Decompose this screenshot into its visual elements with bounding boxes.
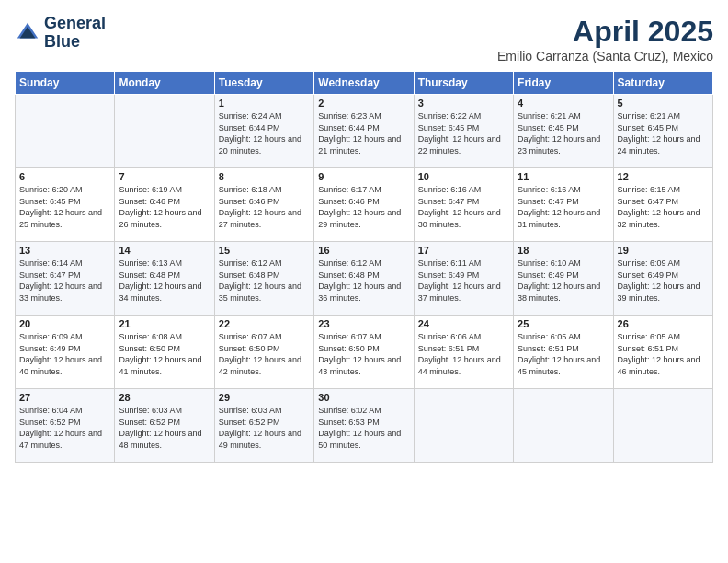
calendar-cell: 9Sunrise: 6:17 AM Sunset: 6:46 PM Daylig… xyxy=(314,168,414,242)
day-number: 25 xyxy=(518,318,609,329)
calendar-cell: 30Sunrise: 6:02 AM Sunset: 6:53 PM Dayli… xyxy=(314,389,414,463)
calendar-cell: 28Sunrise: 6:03 AM Sunset: 6:52 PM Dayli… xyxy=(115,389,214,463)
day-info: Sunrise: 6:12 AM Sunset: 6:48 PM Dayligh… xyxy=(318,258,409,304)
calendar-cell: 20Sunrise: 6:09 AM Sunset: 6:49 PM Dayli… xyxy=(16,316,115,389)
day-number: 1 xyxy=(219,98,310,109)
day-number: 3 xyxy=(418,98,509,109)
calendar-week-row: 13Sunrise: 6:14 AM Sunset: 6:47 PM Dayli… xyxy=(16,242,713,316)
calendar-cell xyxy=(613,389,712,463)
day-info: Sunrise: 6:04 AM Sunset: 6:52 PM Dayligh… xyxy=(19,405,110,451)
month-title: April 2025 xyxy=(497,15,713,49)
day-info: Sunrise: 6:07 AM Sunset: 6:50 PM Dayligh… xyxy=(318,331,409,377)
day-header-sunday: Sunday xyxy=(16,72,115,95)
day-number: 30 xyxy=(318,392,409,403)
day-info: Sunrise: 6:19 AM Sunset: 6:46 PM Dayligh… xyxy=(119,184,210,230)
day-info: Sunrise: 6:14 AM Sunset: 6:47 PM Dayligh… xyxy=(19,258,110,304)
calendar-cell: 22Sunrise: 6:07 AM Sunset: 6:50 PM Dayli… xyxy=(214,316,313,389)
calendar-cell xyxy=(115,95,214,168)
day-info: Sunrise: 6:13 AM Sunset: 6:48 PM Dayligh… xyxy=(119,258,210,304)
day-number: 4 xyxy=(518,98,609,109)
calendar-cell: 6Sunrise: 6:20 AM Sunset: 6:45 PM Daylig… xyxy=(16,168,115,242)
calendar-cell: 2Sunrise: 6:23 AM Sunset: 6:44 PM Daylig… xyxy=(314,95,414,168)
day-number: 6 xyxy=(19,171,110,182)
day-number: 9 xyxy=(318,171,409,182)
calendar-cell: 29Sunrise: 6:03 AM Sunset: 6:52 PM Dayli… xyxy=(214,389,313,463)
day-info: Sunrise: 6:09 AM Sunset: 6:49 PM Dayligh… xyxy=(19,331,110,377)
day-number: 5 xyxy=(618,98,709,109)
day-info: Sunrise: 6:12 AM Sunset: 6:48 PM Dayligh… xyxy=(219,258,310,304)
calendar-cell: 15Sunrise: 6:12 AM Sunset: 6:48 PM Dayli… xyxy=(214,242,313,316)
day-number: 28 xyxy=(119,392,210,403)
day-info: Sunrise: 6:18 AM Sunset: 6:46 PM Dayligh… xyxy=(219,184,310,230)
day-number: 11 xyxy=(518,171,609,182)
calendar-cell: 18Sunrise: 6:10 AM Sunset: 6:49 PM Dayli… xyxy=(514,242,613,316)
day-info: Sunrise: 6:03 AM Sunset: 6:52 PM Dayligh… xyxy=(219,405,310,451)
day-number: 29 xyxy=(219,392,310,403)
day-number: 21 xyxy=(119,318,210,329)
day-number: 2 xyxy=(318,98,409,109)
day-number: 8 xyxy=(219,171,310,182)
day-info: Sunrise: 6:06 AM Sunset: 6:51 PM Dayligh… xyxy=(418,331,509,377)
calendar-week-row: 1Sunrise: 6:24 AM Sunset: 6:44 PM Daylig… xyxy=(16,95,713,168)
calendar-cell: 25Sunrise: 6:05 AM Sunset: 6:51 PM Dayli… xyxy=(514,316,613,389)
calendar-cell: 8Sunrise: 6:18 AM Sunset: 6:46 PM Daylig… xyxy=(214,168,313,242)
logo-icon xyxy=(15,20,40,46)
day-info: Sunrise: 6:02 AM Sunset: 6:53 PM Dayligh… xyxy=(318,405,409,451)
logo-line1: General xyxy=(44,15,106,33)
calendar-week-row: 6Sunrise: 6:20 AM Sunset: 6:45 PM Daylig… xyxy=(16,168,713,242)
day-number: 12 xyxy=(618,171,709,182)
calendar-cell: 1Sunrise: 6:24 AM Sunset: 6:44 PM Daylig… xyxy=(214,95,313,168)
calendar-cell: 19Sunrise: 6:09 AM Sunset: 6:49 PM Dayli… xyxy=(613,242,712,316)
calendar-cell: 23Sunrise: 6:07 AM Sunset: 6:50 PM Dayli… xyxy=(314,316,414,389)
day-info: Sunrise: 6:22 AM Sunset: 6:45 PM Dayligh… xyxy=(418,110,509,156)
logo: General Blue xyxy=(15,15,106,52)
calendar-table: SundayMondayTuesdayWednesdayThursdayFrid… xyxy=(15,71,713,463)
day-number: 20 xyxy=(19,318,110,329)
calendar-cell: 10Sunrise: 6:16 AM Sunset: 6:47 PM Dayli… xyxy=(414,168,513,242)
day-number: 24 xyxy=(418,318,509,329)
calendar-cell xyxy=(16,95,115,168)
day-info: Sunrise: 6:16 AM Sunset: 6:47 PM Dayligh… xyxy=(418,184,509,230)
day-info: Sunrise: 6:11 AM Sunset: 6:49 PM Dayligh… xyxy=(418,258,509,304)
day-info: Sunrise: 6:16 AM Sunset: 6:47 PM Dayligh… xyxy=(518,184,609,230)
day-number: 26 xyxy=(618,318,709,329)
calendar-cell: 26Sunrise: 6:05 AM Sunset: 6:51 PM Dayli… xyxy=(613,316,712,389)
day-info: Sunrise: 6:17 AM Sunset: 6:46 PM Dayligh… xyxy=(318,184,409,230)
day-number: 15 xyxy=(219,245,310,256)
calendar-cell: 16Sunrise: 6:12 AM Sunset: 6:48 PM Dayli… xyxy=(314,242,414,316)
day-info: Sunrise: 6:23 AM Sunset: 6:44 PM Dayligh… xyxy=(318,110,409,156)
day-header-wednesday: Wednesday xyxy=(314,72,414,95)
day-header-monday: Monday xyxy=(115,72,214,95)
day-info: Sunrise: 6:03 AM Sunset: 6:52 PM Dayligh… xyxy=(119,405,210,451)
day-info: Sunrise: 6:10 AM Sunset: 6:49 PM Dayligh… xyxy=(518,258,609,304)
day-info: Sunrise: 6:24 AM Sunset: 6:44 PM Dayligh… xyxy=(219,110,310,156)
calendar-cell xyxy=(514,389,613,463)
day-number: 13 xyxy=(19,245,110,256)
day-number: 19 xyxy=(618,245,709,256)
calendar-week-row: 27Sunrise: 6:04 AM Sunset: 6:52 PM Dayli… xyxy=(16,389,713,463)
day-number: 16 xyxy=(318,245,409,256)
day-info: Sunrise: 6:05 AM Sunset: 6:51 PM Dayligh… xyxy=(618,331,709,377)
calendar-cell: 13Sunrise: 6:14 AM Sunset: 6:47 PM Dayli… xyxy=(16,242,115,316)
day-number: 27 xyxy=(19,392,110,403)
calendar-cell xyxy=(414,389,513,463)
page-header: General Blue April 2025 Emilio Carranza … xyxy=(15,15,713,63)
day-number: 17 xyxy=(418,245,509,256)
day-number: 14 xyxy=(119,245,210,256)
day-header-friday: Friday xyxy=(514,72,613,95)
title-block: April 2025 Emilio Carranza (Santa Cruz),… xyxy=(497,15,713,63)
calendar-cell: 12Sunrise: 6:15 AM Sunset: 6:47 PM Dayli… xyxy=(613,168,712,242)
logo-text: General Blue xyxy=(44,15,106,52)
day-info: Sunrise: 6:07 AM Sunset: 6:50 PM Dayligh… xyxy=(219,331,310,377)
day-info: Sunrise: 6:21 AM Sunset: 6:45 PM Dayligh… xyxy=(618,110,709,156)
day-info: Sunrise: 6:20 AM Sunset: 6:45 PM Dayligh… xyxy=(19,184,110,230)
day-number: 7 xyxy=(119,171,210,182)
calendar-cell: 14Sunrise: 6:13 AM Sunset: 6:48 PM Dayli… xyxy=(115,242,214,316)
day-number: 18 xyxy=(518,245,609,256)
day-info: Sunrise: 6:08 AM Sunset: 6:50 PM Dayligh… xyxy=(119,331,210,377)
day-info: Sunrise: 6:21 AM Sunset: 6:45 PM Dayligh… xyxy=(518,110,609,156)
calendar-cell: 17Sunrise: 6:11 AM Sunset: 6:49 PM Dayli… xyxy=(414,242,513,316)
calendar-cell: 27Sunrise: 6:04 AM Sunset: 6:52 PM Dayli… xyxy=(16,389,115,463)
day-info: Sunrise: 6:09 AM Sunset: 6:49 PM Dayligh… xyxy=(618,258,709,304)
calendar-cell: 3Sunrise: 6:22 AM Sunset: 6:45 PM Daylig… xyxy=(414,95,513,168)
